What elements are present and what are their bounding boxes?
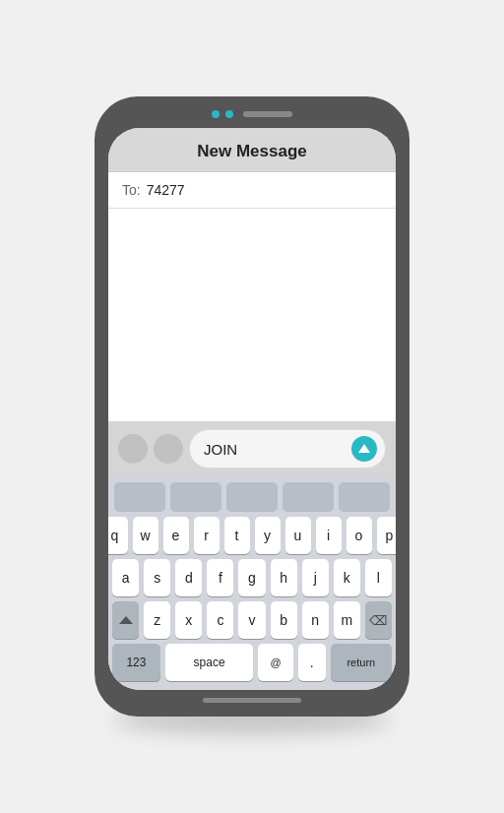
send-arrow-icon [358, 444, 370, 453]
key-i[interactable]: i [316, 517, 342, 554]
keyboard: q w e r t y u i o p a s d f g [108, 476, 396, 690]
key-x[interactable]: x [175, 601, 202, 639]
autocomplete-key-4[interactable] [283, 482, 334, 512]
autocomplete-key-5[interactable] [339, 482, 390, 512]
key-s[interactable]: s [144, 559, 170, 596]
key-g[interactable]: g [238, 559, 265, 596]
phone-body: New Message To: 74277 JOIN [94, 96, 410, 717]
message-input-text: JOIN [204, 441, 237, 458]
message-input-wrap[interactable]: JOIN [189, 429, 386, 469]
return-key[interactable]: return [331, 644, 392, 681]
key-d[interactable]: d [175, 559, 202, 596]
screen-title: New Message [197, 142, 307, 160]
shift-icon [119, 616, 133, 624]
to-field: To: 74277 [108, 172, 396, 209]
to-label: To: [122, 182, 141, 198]
key-z[interactable]: z [144, 601, 170, 639]
key-f[interactable]: f [207, 559, 233, 596]
keyboard-row-3: z x c v b n m ⌫ [112, 601, 392, 639]
key-u[interactable]: u [285, 517, 311, 554]
key-t[interactable]: t [224, 517, 250, 554]
key-w[interactable]: w [133, 517, 158, 554]
keyboard-row-2: a s d f g h j k l [112, 559, 392, 596]
shift-key[interactable] [112, 601, 139, 639]
autocomplete-key-3[interactable] [226, 482, 278, 512]
camera-dot-2 [225, 110, 233, 118]
bottom-bar: JOIN [108, 421, 396, 476]
key-q[interactable]: q [108, 517, 128, 554]
phone-top-bar [108, 110, 396, 118]
at-key[interactable]: @ [258, 644, 292, 681]
phone-home-bar [203, 698, 301, 703]
speaker-bar [243, 111, 292, 117]
autocomplete-row [112, 482, 392, 512]
emoji-button-2[interactable] [154, 434, 183, 464]
key-v[interactable]: v [238, 601, 265, 639]
backspace-key[interactable]: ⌫ [365, 601, 392, 639]
key-r[interactable]: r [194, 517, 220, 554]
key-a[interactable]: a [112, 559, 139, 596]
screen-header: New Message [108, 128, 396, 172]
phone-wrapper: New Message To: 74277 JOIN [94, 96, 410, 717]
key-m[interactable]: m [334, 601, 360, 639]
camera-dots [212, 110, 233, 118]
message-body[interactable] [108, 209, 396, 421]
autocomplete-key-1[interactable] [114, 482, 165, 512]
key-c[interactable]: c [207, 601, 233, 639]
autocomplete-key-2[interactable] [170, 482, 221, 512]
emoji-button-1[interactable] [118, 434, 148, 464]
key-b[interactable]: b [271, 601, 297, 639]
key-j[interactable]: j [302, 559, 329, 596]
space-key[interactable]: space [165, 644, 254, 681]
key-y[interactable]: y [255, 517, 281, 554]
numbers-key[interactable]: 123 [112, 644, 160, 681]
key-p[interactable]: p [377, 517, 397, 554]
camera-dot-1 [212, 110, 220, 118]
key-n[interactable]: n [302, 601, 329, 639]
to-value: 74277 [147, 182, 185, 198]
message-area: To: 74277 [108, 172, 396, 421]
key-e[interactable]: e [163, 517, 189, 554]
key-h[interactable]: h [271, 559, 297, 596]
key-k[interactable]: k [334, 559, 360, 596]
phone-screen: New Message To: 74277 JOIN [108, 128, 396, 690]
backspace-icon: ⌫ [369, 613, 387, 628]
period-key[interactable]: . [298, 644, 326, 681]
key-l[interactable]: l [365, 559, 392, 596]
keyboard-row-1: q w e r t y u i o p [112, 517, 392, 554]
key-o[interactable]: o [346, 517, 372, 554]
keyboard-row-4: 123 space @ . return [112, 644, 392, 681]
send-button[interactable] [351, 436, 377, 462]
